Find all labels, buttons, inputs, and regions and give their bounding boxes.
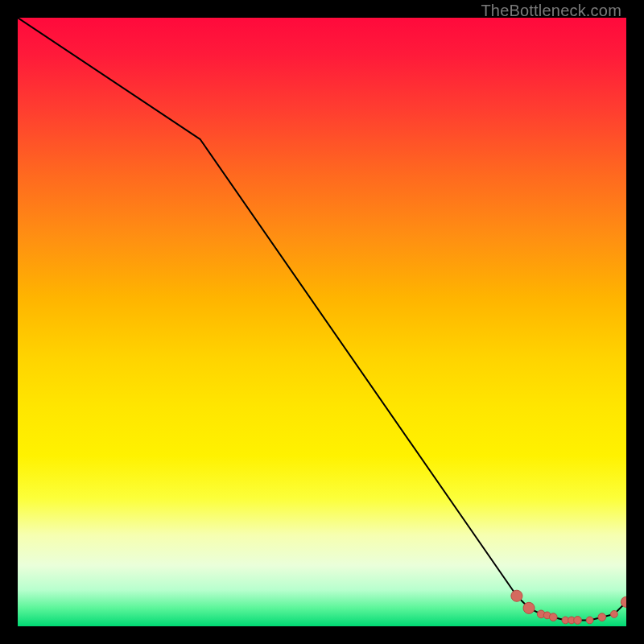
attribution-label: TheBottleneck.com	[481, 2, 621, 20]
chart-gradient-background	[18, 18, 626, 626]
chart-stage: TheBottleneck.com	[0, 0, 644, 644]
